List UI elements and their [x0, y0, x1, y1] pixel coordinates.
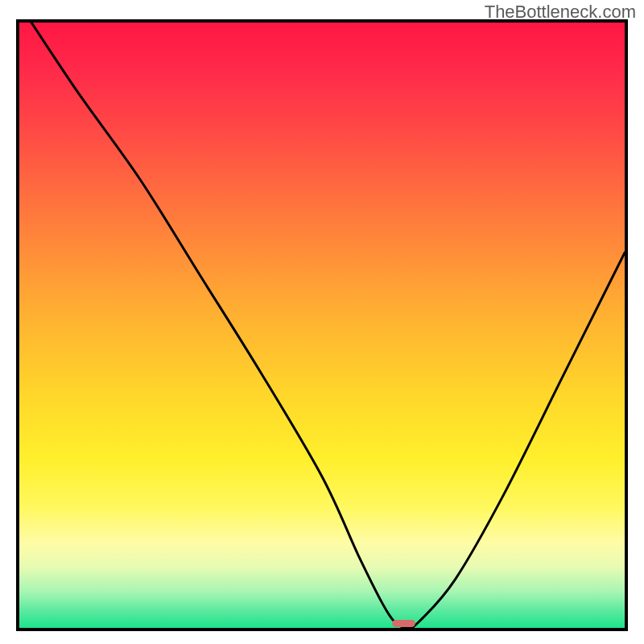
optimal-marker [392, 620, 415, 627]
curve-overlay [19, 23, 625, 628]
plot-area [16, 19, 628, 631]
bottleneck-curve-path [31, 23, 625, 628]
chart-container: TheBottleneck.com [0, 0, 644, 644]
watermark-text: TheBottleneck.com [485, 2, 636, 23]
